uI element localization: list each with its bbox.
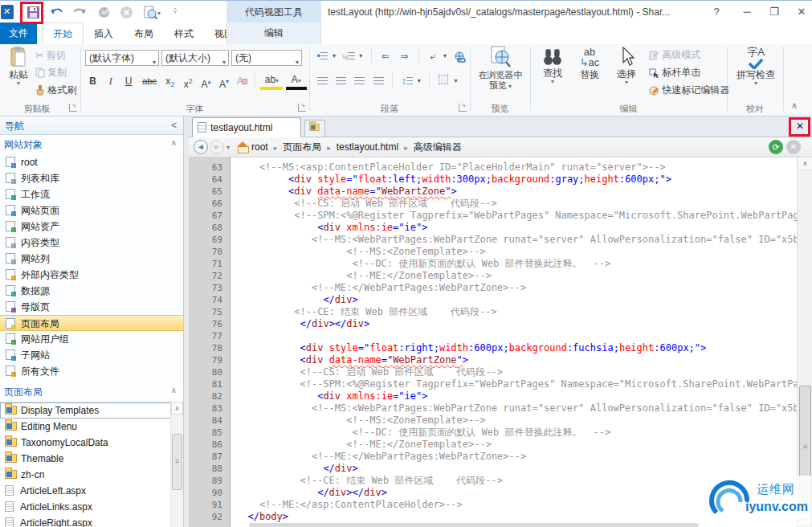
numbered-list-caret[interactable]: ▾ <box>357 48 365 64</box>
sidebar-item-外部内容类型[interactable]: 外部内容类型 <box>0 267 183 283</box>
sidebar-item-网站资产[interactable]: 网站资产 <box>0 219 183 235</box>
home-icon[interactable] <box>237 141 249 153</box>
back-button[interactable]: ◄ <box>194 140 208 154</box>
increase-indent-button[interactable]: ⇒ <box>396 48 412 64</box>
preview-caret[interactable]: ▾ <box>157 10 161 17</box>
app-icon[interactable] <box>1 5 14 19</box>
numbered-list-button[interactable]: ½ <box>341 48 357 64</box>
close-button[interactable]: ✕ <box>790 2 812 22</box>
code-scrollbar[interactable]: ∧ ≡ ∨ <box>797 157 812 527</box>
sidebar-item-母版页[interactable]: 母版页 <box>0 299 183 315</box>
select-button[interactable]: 选择 ▾ <box>609 46 644 102</box>
new-tab-button[interactable] <box>304 120 325 137</box>
qat-customize-button[interactable]: ▿̄ <box>169 3 182 22</box>
tab-样式[interactable]: 样式 <box>164 23 204 45</box>
line-spacing-caret[interactable]: ▾ <box>415 73 423 89</box>
sidebar-scroll-up[interactable]: ∧ <box>171 402 183 415</box>
paragraph-dialog-launcher[interactable] <box>459 104 467 112</box>
bullet-list-button[interactable]: • <box>314 48 330 64</box>
code-view[interactable]: 6364656667686970717273747576777879808182… <box>189 157 812 527</box>
code-line[interactable]: </div> <box>236 294 797 306</box>
maximize-button[interactable]: ❐ <box>763 2 785 22</box>
minimize-button[interactable]: ─ <box>736 2 758 22</box>
code-line[interactable]: <div xmlns:ie="ie"> <box>236 222 797 234</box>
page-layouts-header[interactable]: 页面布局 ∧ <box>0 383 183 401</box>
sidebar-item-数据源[interactable]: 数据源 <box>0 283 183 299</box>
sidebar-scroll-thumb[interactable]: ≡ <box>172 434 182 490</box>
code-line[interactable]: <!--ME:</ZoneTemplate>--> <box>236 270 797 282</box>
decrease-indent-button[interactable]: ⇐ <box>377 48 394 64</box>
code-line[interactable]: <div style="float:left;width:300px;backg… <box>236 174 797 186</box>
shrink-font-button[interactable]: A▾ <box>216 73 231 90</box>
strikethrough-button[interactable]: abc <box>139 73 160 90</box>
align-left-button[interactable] <box>314 73 330 89</box>
breadcrumb-item[interactable]: 高级编辑器 <box>414 141 462 153</box>
sidebar-item-工作流[interactable]: 工作流 <box>0 186 183 202</box>
code-line[interactable]: </div></div> <box>236 318 797 330</box>
quick-tag-editor-button[interactable]: 快速标记编辑器 <box>649 82 729 98</box>
file-list-item[interactable]: Themable <box>0 451 183 467</box>
grow-font-button[interactable]: A▴ <box>198 73 214 90</box>
code-line[interactable]: <!--ME:</ZoneTemplate>--> <box>236 439 797 451</box>
navigation-collapse-button[interactable]: < <box>171 120 177 131</box>
file-list-item[interactable]: ArticleLinks.aspx <box>0 499 183 515</box>
underline-button[interactable]: U <box>121 73 137 90</box>
copy-button[interactable]: 复制 <box>35 64 67 80</box>
spell-check-button[interactable]: 字A 拼写检查 ▾ <box>732 46 779 102</box>
breadcrumb-refresh-button[interactable]: ⟳ <box>769 140 783 154</box>
undo-button[interactable] <box>47 3 67 22</box>
document-tab[interactable]: testlayout.html <box>192 117 301 137</box>
font-size-caret[interactable]: ▾ <box>222 55 226 70</box>
highlight-color-button[interactable]: ab▾ <box>260 73 283 90</box>
font-family-select[interactable]: (默认字体)▾ <box>85 50 159 66</box>
font-style-caret[interactable]: ▾ <box>296 55 299 70</box>
font-style-select[interactable]: (无)▾ <box>231 50 302 66</box>
tab-插入[interactable]: 插入 <box>84 23 124 45</box>
code-line[interactable]: <!--MS:<WebPartPages:WebPartZone runat="… <box>236 234 797 246</box>
sidebar-item-页面布局[interactable]: 页面布局 <box>0 315 183 331</box>
find-button[interactable]: 查找 ▾ <box>535 46 570 102</box>
code-line[interactable]: <div data-name="WebPartZone"> <box>236 354 797 366</box>
collapse-ribbon-button[interactable]: ∧ <box>791 100 798 111</box>
align-right-button[interactable] <box>352 73 368 89</box>
line-break-caret[interactable]: ▾ <box>441 48 449 64</box>
borders-button[interactable] <box>435 73 451 89</box>
tab-edit-contextual[interactable]: 编辑 <box>226 22 321 44</box>
file-list-item[interactable]: ArticleRight.aspx <box>0 515 183 527</box>
tab-开始[interactable]: 开始 <box>42 22 84 44</box>
code-line[interactable]: </div> <box>236 463 797 475</box>
advanced-mode-button[interactable]: 高级模式 <box>649 47 700 63</box>
file-list-item[interactable]: zh-cn <box>0 467 183 483</box>
sidebar-item-内容类型[interactable]: 内容类型 <box>0 235 183 251</box>
clear-formatting-button[interactable]: A <box>235 73 250 90</box>
italic-button[interactable]: I <box>103 73 118 90</box>
paste-button[interactable]: 粘贴 ▾ <box>3 46 34 102</box>
code-line[interactable]: <!--MS:<WebPartPages:WebPartZone runat="… <box>236 402 797 415</box>
tab-strip-close-button[interactable]: ✕ <box>793 119 807 133</box>
tab-布局[interactable]: 布局 <box>124 23 164 45</box>
tab-file[interactable]: 文件 <box>0 22 37 44</box>
sidebar-item-root[interactable]: root <box>0 154 183 170</box>
code-line[interactable]: <!--SPM:<%@Register Tagprefix="WebPartPa… <box>236 378 797 390</box>
code-line[interactable]: <!--SPM:<%@Register Tagprefix="WebPartPa… <box>236 210 797 222</box>
preview-button[interactable]: ▾ <box>138 3 165 22</box>
superscript-button[interactable]: x2 <box>181 73 196 90</box>
code-line[interactable]: <!--DC: 使用新页面的默认 Web 部件替换此注释。 --> <box>236 427 797 439</box>
breadcrumb-item[interactable]: testlayout.html <box>337 141 398 153</box>
site-objects-header[interactable]: 网站对象 ∧ <box>0 136 183 153</box>
code-line[interactable]: <!--DC: 使用新页面的默认 Web 部件替换此注释。 --> <box>236 258 797 270</box>
horizontal-scrollbar-thumb[interactable] <box>249 523 699 527</box>
code-line[interactable]: <div xmlns:ie="ie"> <box>236 390 797 402</box>
sidebar-item-网站列[interactable]: 网站列 <box>0 251 183 267</box>
code-line[interactable]: <div style="float:right;width:600px;back… <box>236 342 797 354</box>
bold-button[interactable]: B <box>85 73 100 90</box>
code-line[interactable] <box>236 330 797 342</box>
breadcrumb-close-button[interactable]: ✕ <box>786 140 801 154</box>
code-line[interactable]: <!--MS:<ZoneTemplate>--> <box>236 415 797 427</box>
line-spacing-button[interactable]: ↕ <box>399 73 415 89</box>
align-center-button[interactable] <box>333 73 349 89</box>
line-break-button[interactable]: ⤶ <box>425 48 441 64</box>
file-list-item[interactable]: Display Templates <box>0 402 183 419</box>
code-line[interactable]: <!--CE: 结束 Web 部件区域 代码段--> <box>236 306 797 318</box>
code-line[interactable]: <!--CS: 启动 Web 部件区域 代码段--> <box>236 366 797 378</box>
